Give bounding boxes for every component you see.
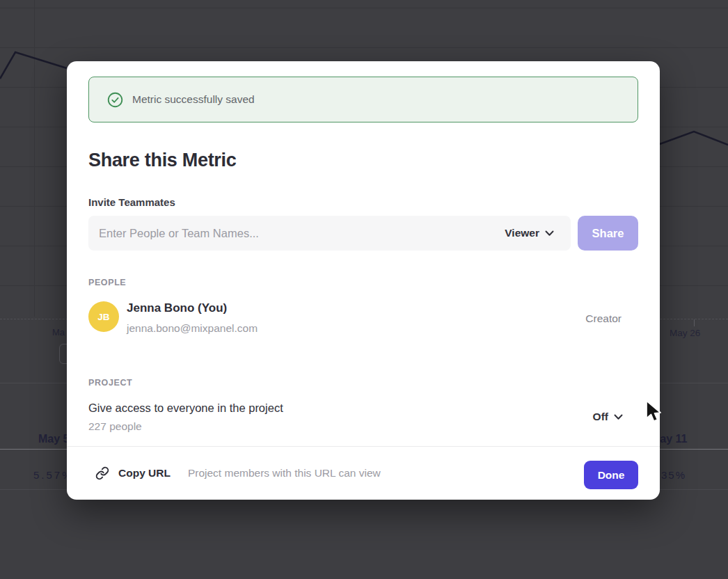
table-value-cell: 35% bbox=[661, 469, 686, 481]
share-button[interactable]: Share bbox=[578, 216, 638, 251]
invite-people-input[interactable] bbox=[99, 227, 496, 240]
done-button[interactable]: Done bbox=[584, 461, 638, 489]
role-dropdown[interactable]: Viewer bbox=[496, 227, 554, 239]
people-section-heading: PEOPLE bbox=[88, 278, 126, 287]
role-dropdown-value: Viewer bbox=[505, 227, 539, 239]
project-section-heading: PROJECT bbox=[88, 378, 132, 388]
member-role-label: Creator bbox=[585, 312, 622, 325]
link-icon bbox=[95, 466, 109, 480]
invite-input-container: Viewer bbox=[88, 216, 571, 251]
table-date-cell: May 5 bbox=[38, 433, 69, 445]
check-circle-icon bbox=[107, 92, 123, 108]
project-access-dropdown[interactable]: Off bbox=[593, 411, 623, 423]
project-access-value: Off bbox=[593, 411, 608, 423]
share-metric-modal: Metric successfully saved Share this Met… bbox=[67, 61, 660, 500]
chart-date-label: Ma bbox=[52, 327, 65, 338]
chevron-down-icon bbox=[614, 414, 623, 420]
url-permission-hint: Project members with this URL can view bbox=[188, 467, 381, 479]
success-banner: Metric successfully saved bbox=[88, 77, 638, 122]
chevron-down-icon bbox=[545, 230, 554, 237]
project-access-count: 227 people bbox=[88, 420, 142, 433]
screen: Ma May 26 1 May 5 May 11 5.57% 35% Metri… bbox=[0, 0, 728, 579]
member-email: jenna.bono@mixpanel.com bbox=[127, 322, 258, 335]
avatar: JB bbox=[88, 301, 119, 332]
modal-title: Share this Metric bbox=[88, 150, 236, 171]
mouse-cursor bbox=[641, 398, 662, 425]
member-name: Jenna Bono (You) bbox=[127, 301, 227, 315]
success-banner-message: Metric successfully saved bbox=[132, 93, 255, 106]
copy-url-button[interactable]: Copy URL bbox=[95, 466, 171, 480]
modal-footer: Copy URL Project members with this URL c… bbox=[67, 446, 660, 500]
copy-url-label: Copy URL bbox=[118, 467, 171, 479]
project-access-title: Give access to everyone in the project bbox=[88, 402, 283, 415]
invite-teammates-label: Invite Teammates bbox=[88, 196, 175, 208]
chart-date-label: May 26 bbox=[670, 328, 700, 338]
